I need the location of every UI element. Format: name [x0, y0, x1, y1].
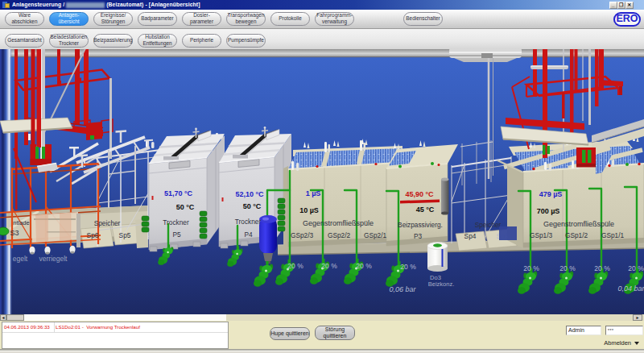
- svg-text:20 %: 20 %: [356, 262, 372, 270]
- svg-text:Speicher: Speicher: [94, 219, 121, 227]
- svg-text:10 µS: 10 µS: [299, 206, 319, 214]
- svg-text:GSp1/1: GSp1/1: [601, 231, 625, 239]
- svg-text:20 %: 20 %: [400, 263, 416, 271]
- svg-text:Sp4: Sp4: [464, 232, 477, 240]
- svg-text:Gegenstromfließspüle: Gegenstromfließspüle: [303, 219, 374, 227]
- svg-text:1 µS: 1 µS: [306, 189, 321, 197]
- svg-text:20 %: 20 %: [321, 262, 337, 270]
- svg-text:479 µS: 479 µS: [539, 190, 563, 198]
- svg-text:20 %: 20 %: [523, 264, 539, 272]
- svg-text:20 %: 20 %: [559, 264, 576, 272]
- svg-text:GSp2/2: GSp2/2: [328, 231, 351, 239]
- svg-text:P4: P4: [245, 230, 254, 239]
- svg-text:Speicher: Speicher: [475, 221, 502, 229]
- svg-text:20 %: 20 %: [594, 264, 610, 272]
- svg-text:51,70 °C: 51,70 °C: [164, 189, 193, 197]
- svg-text:Sp6: Sp6: [87, 231, 99, 239]
- svg-text:Trockner: Trockner: [163, 218, 189, 226]
- svg-text:egelt: egelt: [13, 255, 28, 263]
- svg-text:0,06 bar: 0,06 bar: [389, 285, 416, 293]
- svg-text:verriegelt: verriegelt: [39, 255, 68, 263]
- svg-text:50 °C: 50 °C: [176, 203, 195, 211]
- svg-text:P5: P5: [172, 230, 181, 239]
- svg-text:S3: S3: [10, 229, 19, 237]
- svg-text:50 °C: 50 °C: [243, 202, 262, 210]
- svg-text:Sp5: Sp5: [119, 231, 131, 239]
- svg-text:700 µS: 700 µS: [537, 207, 560, 215]
- svg-text:ntlade: ntlade: [13, 219, 29, 226]
- svg-text:45 °C: 45 °C: [416, 206, 435, 214]
- svg-text:GSp1/3: GSp1/3: [530, 231, 553, 239]
- svg-text:Gegenstromfließspüle: Gegenstromfließspüle: [543, 220, 614, 228]
- svg-text:GSp1/2: GSp1/2: [565, 231, 588, 239]
- svg-text:Beizkonz.: Beizkonz.: [428, 280, 455, 288]
- svg-text:Trockner: Trockner: [235, 218, 262, 226]
- svg-text:20 %: 20 %: [287, 262, 303, 270]
- svg-text:GSp2/3: GSp2/3: [291, 231, 314, 239]
- svg-text:GSp2/1: GSp2/1: [364, 231, 387, 239]
- svg-text:Beizpassivierg.: Beizpassivierg.: [398, 221, 443, 229]
- svg-text:20 %: 20 %: [628, 264, 644, 272]
- svg-text:45,90 °C: 45,90 °C: [405, 190, 434, 198]
- svg-text:P3: P3: [414, 232, 423, 240]
- svg-text:0,04 bar: 0,04 bar: [617, 284, 644, 293]
- svg-text:52,10 °C: 52,10 °C: [235, 190, 264, 198]
